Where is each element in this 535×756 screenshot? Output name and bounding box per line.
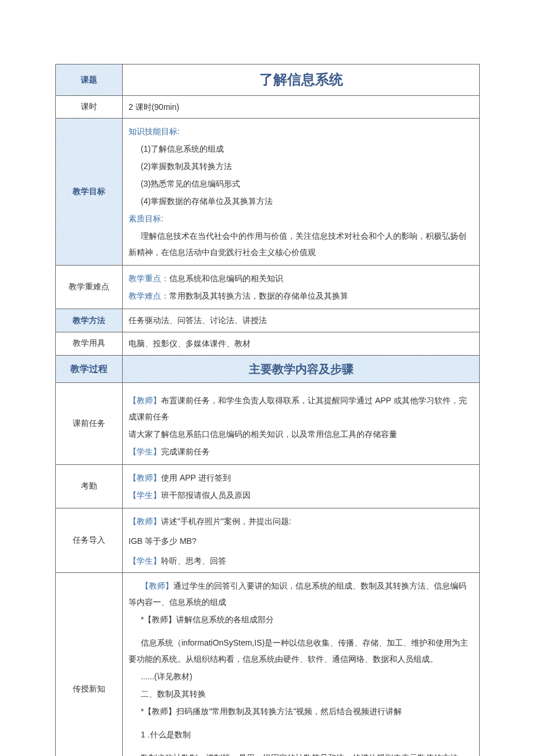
intro-content: 【教师】讲述"手机存照片"案例，并提出问题: IGB 等于多少 MB? 【学生】… — [123, 508, 480, 572]
methods-label: 教学方法 — [56, 309, 123, 332]
preclass-label: 课前任务 — [56, 382, 123, 464]
teach-l7: 1 .什么是数制 — [129, 726, 473, 743]
intro-label: 任务导入 — [56, 508, 123, 572]
attendance-t-text: 使用 APP 进行签到 — [161, 473, 231, 482]
hours-label: 课时 — [56, 95, 123, 119]
teach-l6: *【教师】扫码播放"常用数制及其转换方法"视频，然后结合视频进行讲解 — [129, 703, 473, 719]
attendance-t: 【教师】使用 APP 进行签到 — [129, 470, 473, 486]
teach-l1-text: 通过学生的回答引入要讲的知识，信息系统的组成、数制及其转换方法、信息编码等内容一… — [129, 581, 466, 607]
key-label: 教学重点： — [129, 274, 169, 283]
attendance-label: 考勤 — [56, 464, 123, 508]
intro-t-text: 讲述"手机存照片"案例，并提出问题: — [161, 517, 291, 526]
attendance-s: 【学生】班干部报请假人员及原因 — [129, 487, 473, 503]
obj-item-1: (1)了解信息系统的组成 — [129, 141, 473, 157]
intro-q: IGB 等于多少 MB? — [129, 533, 473, 549]
lesson-plan-table: 课题 了解信息系统 课时 2 课时(90min) 教学目标 知识技能目标: (1… — [55, 64, 480, 756]
objectives-content: 知识技能目标: (1)了解信息系统的组成 (2)掌握数制及其转换方法 (3)熟悉… — [123, 119, 480, 266]
teach-l8: 数制也称计数制、进制等，是用一组固定的计数符号和统一的进位规则来表示数值的方法. — [129, 750, 473, 756]
teaching-content: 【教师】通过学生的回答引入要讲的知识，信息系统的组成、数制及其转换方法、信息编码… — [123, 572, 480, 756]
key-text: 信息系统和信息编码的相关知识 — [169, 274, 283, 283]
obj-item-2: (2)掌握数制及其转换方法 — [129, 158, 473, 174]
attendance-s-text: 班干部报请假人员及原因 — [161, 490, 251, 500]
attendance-s-role: 【学生】 — [129, 490, 161, 500]
preclass-t1-role: 【教师】 — [129, 396, 161, 405]
process-label: 教学过程 — [56, 355, 123, 382]
teaching-label: 传授新知 — [56, 572, 123, 756]
preclass-s1-role: 【学生】 — [129, 447, 161, 456]
topic-label: 课题 — [56, 65, 123, 96]
knowledge-title: 知识技能目标: — [129, 123, 473, 139]
intro-t-role: 【教师】 — [129, 517, 161, 526]
teach-l3: 信息系统（informatiOnSyStem,IS)是一种以信息收集、传播、存储… — [129, 635, 473, 667]
keypoints-content: 教学重点：信息系统和信息编码的相关知识 教学难点：常用数制及其转换方法，数据的存… — [123, 266, 480, 309]
diff-label: 教学难点： — [129, 291, 169, 300]
preclass-t1: 【教师】布置课前任务，和学生负责人取得联系，让其提醒同学通过 APP 或其他学习… — [129, 392, 473, 425]
attendance-t-role: 【教师】 — [129, 473, 161, 482]
methods-value: 任务驱动法、问答法、讨论法、讲授法 — [123, 309, 480, 332]
intro-s-text: 聆听、思考、回答 — [161, 556, 226, 565]
preclass-content: 【教师】布置课前任务，和学生负责人取得联系，让其提醒同学通过 APP 或其他学习… — [123, 382, 480, 464]
quality-text: 理解信息技术在当代社会中的作用与价值，关注信息技术对社会和个人的影响，积极弘扬创… — [129, 228, 473, 260]
teach-l2: *【教师】讲解信息系统的各组成部分 — [129, 611, 473, 628]
keypoints-label: 教学重难点 — [56, 266, 123, 309]
teach-l1-role: 【教师】 — [141, 581, 173, 590]
teach-l1: 【教师】通过学生的回答引入要讲的知识，信息系统的组成、数制及其转换方法、信息编码… — [129, 578, 473, 610]
diff-text: 常用数制及其转换方法，数据的存储单位及其换算 — [169, 291, 348, 300]
intro-s: 【学生】聆听、思考、回答 — [129, 553, 473, 569]
teach-l4: ......(详见教材) — [129, 668, 473, 685]
preclass-s1-text: 完成课前任务 — [161, 447, 210, 456]
obj-item-4: (4)掌握数据的存储单位及其换算方法 — [129, 193, 473, 209]
preclass-t1-text: 布置课前任务，和学生负责人取得联系，让其提醒同学通过 APP 或其他学习软件，完… — [129, 396, 467, 421]
preclass-s1: 【学生】完成课前任务 — [129, 443, 473, 460]
topic-value: 了解信息系统 — [123, 65, 480, 96]
intro-s-role: 【学生】 — [129, 556, 161, 565]
intro-t: 【教师】讲述"手机存照片"案例，并提出问题: — [129, 513, 473, 529]
teach-l5: 二、数制及其转换 — [129, 686, 473, 702]
attendance-content: 【教师】使用 APP 进行签到 【学生】班干部报请假人员及原因 — [123, 464, 480, 508]
hours-value: 2 课时(90min) — [123, 95, 480, 119]
key-row: 教学重点：信息系统和信息编码的相关知识 — [129, 270, 473, 286]
objectives-label: 教学目标 — [56, 119, 123, 266]
tools-label: 教学用具 — [56, 332, 123, 355]
obj-item-3: (3)熟悉常见的信息编码形式 — [129, 175, 473, 192]
diff-row: 教学难点：常用数制及其转换方法，数据的存储单位及其换算 — [129, 288, 473, 304]
process-header: 主要教学内容及步骤 — [123, 355, 480, 382]
tools-value: 电脑、投影仪、多媒体课件、教材 — [123, 332, 480, 355]
preclass-t2: 请大家了解信息系筋口信息编码的相关知识，以及常用信息工具的存储容量 — [129, 426, 473, 442]
quality-title: 素质目标: — [129, 210, 473, 227]
